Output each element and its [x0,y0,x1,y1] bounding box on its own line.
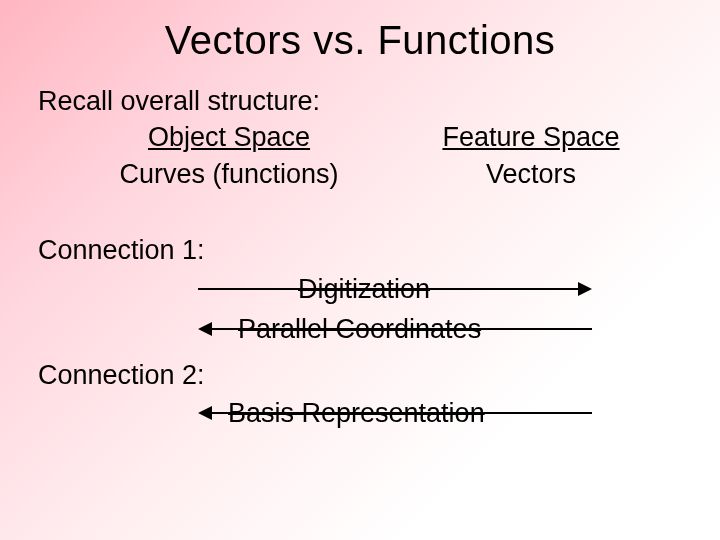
basis-representation-label: Basis Representation [228,395,485,431]
header-row: Object Space Feature Space [38,119,682,155]
connection-2-heading: Connection 2: [38,357,682,393]
feature-space-header: Feature Space [380,119,682,155]
object-space-header: Object Space [78,119,380,155]
connection-1-heading: Connection 1: [38,232,682,268]
slide-body: Recall overall structure: Object Space F… [0,63,720,433]
curves-label: Curves (functions) [78,156,380,192]
example-row: Curves (functions) Vectors [38,156,682,192]
digitization-arrow-row: Digitization [38,271,682,309]
digitization-label: Digitization [298,271,430,307]
vectors-label: Vectors [380,156,682,192]
basis-representation-arrow-row: Basis Representation [38,395,682,433]
recall-line: Recall overall structure: [38,83,682,119]
parallel-coordinates-arrow-row: Parallel Coordinates [38,311,682,349]
slide-title: Vectors vs. Functions [0,0,720,63]
parallel-coordinates-label: Parallel Coordinates [238,311,481,347]
